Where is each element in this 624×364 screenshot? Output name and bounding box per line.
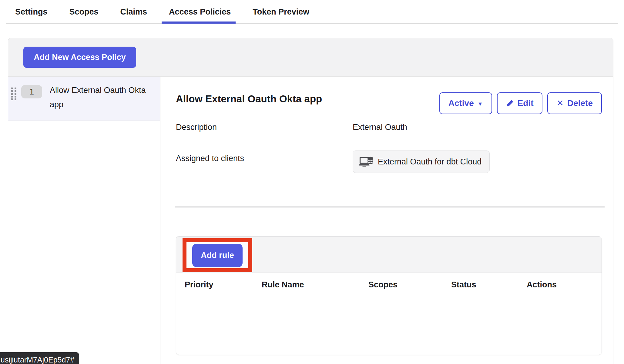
url-preview-tooltip: usijiutarM7Aj0Ep5d7#	[0, 352, 79, 364]
tab-token-preview[interactable]: Token Preview	[253, 0, 309, 24]
column-header-status: Status	[451, 280, 476, 290]
active-status-dropdown-button[interactable]: Active ▼	[439, 92, 492, 114]
rules-table-body	[176, 297, 602, 355]
screen: Settings Scopes Claims Access Policies T…	[0, 0, 624, 364]
laptop-database-icon	[359, 155, 374, 168]
chevron-down-icon: ▼	[478, 101, 483, 107]
assigned-to-clients-label: Assigned to clients	[176, 154, 244, 163]
policy-item-name: Allow External Oauth Okta app	[50, 83, 150, 112]
delete-button-label: Delete	[567, 98, 593, 108]
policy-action-buttons: Active ▼ Edit ✕ Delete	[439, 92, 602, 114]
edit-button-label: Edit	[518, 98, 534, 108]
tabs: Settings Scopes Claims Access Policies T…	[15, 0, 309, 24]
policies-toolbar: Add New Access Policy	[8, 38, 613, 77]
assigned-client-chip[interactable]: External Oauth for dbt Cloud	[353, 151, 490, 173]
column-header-rule-name: Rule Name	[262, 280, 304, 290]
tab-settings[interactable]: Settings	[15, 0, 48, 24]
close-icon: ✕	[556, 99, 563, 108]
description-value: External Oauth	[353, 123, 407, 132]
section-divider	[175, 207, 605, 207]
drag-handle-icon[interactable]	[11, 88, 17, 100]
rules-toolbar: Add rule	[176, 237, 602, 273]
column-header-actions: Actions	[527, 280, 557, 290]
delete-policy-button[interactable]: ✕ Delete	[547, 92, 602, 114]
pencil-icon	[506, 99, 514, 107]
assigned-client-name: External Oauth for dbt Cloud	[378, 157, 481, 167]
tab-access-policies[interactable]: Access Policies	[169, 0, 231, 24]
rules-table-header: Priority Rule Name Scopes Status Actions	[176, 273, 602, 297]
column-header-priority: Priority	[185, 280, 213, 290]
tab-scopes[interactable]: Scopes	[69, 0, 99, 24]
policy-list: 1 Allow External Oauth Okta app	[8, 77, 160, 364]
description-label: Description	[176, 123, 217, 132]
policy-title: Allow External Oauth Okta app	[176, 93, 322, 105]
annotation-highlight-box: Add rule	[183, 238, 252, 272]
policy-list-item[interactable]: 1 Allow External Oauth Okta app	[8, 77, 160, 121]
rules-card: Add rule Priority Rule Name Scopes Statu…	[176, 236, 602, 355]
column-header-scopes: Scopes	[368, 280, 398, 290]
add-rule-button[interactable]: Add rule	[192, 244, 243, 267]
active-status-label: Active	[448, 98, 474, 108]
add-new-access-policy-button[interactable]: Add New Access Policy	[23, 47, 136, 68]
policy-priority-badge: 1	[21, 85, 42, 98]
edit-policy-button[interactable]: Edit	[497, 92, 543, 114]
tab-bar: Settings Scopes Claims Access Policies T…	[0, 0, 624, 24]
tab-claims[interactable]: Claims	[120, 0, 147, 24]
